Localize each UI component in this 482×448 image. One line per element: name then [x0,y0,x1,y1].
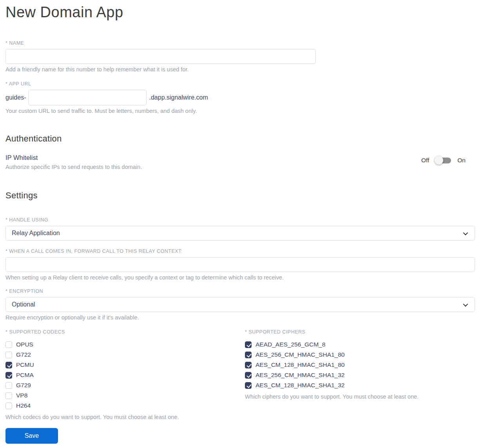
ip-whitelist-text: IP Whitelist Authorize specific IPs to s… [5,154,142,170]
codec-checkbox-row[interactable]: H264 [5,401,245,411]
codecs-helper: Which codecs do you want to support. You… [5,414,245,420]
app-url-suffix: .dapp.signalwire.com [149,94,208,101]
encryption-field: * ENCRYPTION Optional Require encryption… [5,288,475,321]
ciphers-list: AEAD_AES_256_GCM_8 AES_256_CM_HMAC_SHA1_… [245,339,475,390]
chevron-down-icon [463,301,468,307]
codecs-list: OPUS G722 PCMU PCMA [5,339,245,411]
codec-checkbox-row[interactable]: OPUS [5,339,245,350]
ip-whitelist-label: IP Whitelist [5,154,142,161]
new-domain-app-page: New Domain App * NAME Add a friendly nam… [0,0,482,448]
ciphers-column: * SUPPORTED CIPHERS AEAD_AES_256_GCM_8 A… [245,329,475,420]
ip-whitelist-helper: Authorize specific IPs to send requests … [5,164,142,170]
cipher-checkbox-row[interactable]: AES_256_CM_HMAC_SHA1_32 [245,370,475,380]
checkbox-icon[interactable] [5,392,12,399]
handle-using-label: * HANDLE USING [5,217,475,223]
encryption-helper: Require encryption or optionally use it … [5,314,475,321]
codec-label: PCMA [16,372,34,379]
app-url-label: * APP URL [5,81,475,87]
ciphers-helper: Which ciphers do you want to support. Yo… [245,394,475,400]
cipher-label: AEAD_AES_256_GCM_8 [255,341,325,348]
cipher-checkbox-row[interactable]: AES_CM_128_HMAC_SHA1_32 [245,380,475,390]
codec-label: OPUS [16,341,33,348]
checkbox-icon[interactable] [245,362,252,368]
cipher-checkbox-row[interactable]: AEAD_AES_256_GCM_8 [245,339,475,350]
codec-label: G722 [16,351,31,358]
checkbox-icon[interactable] [5,362,12,368]
authentication-heading: Authentication [5,134,475,144]
toggle-off-label: Off [421,157,429,164]
save-button[interactable]: Save [5,428,58,444]
name-helper: Add a friendly name for this number to h… [5,66,475,73]
handle-using-select[interactable]: Relay Application [5,226,475,241]
cipher-checkbox-row[interactable]: AES_256_CM_HMAC_SHA1_80 [245,350,475,360]
app-url-helper: Your custom URL to send traffic to. Must… [5,108,475,114]
codec-label: VP8 [16,392,27,399]
cipher-checkbox-row[interactable]: AES_CM_128_HMAC_SHA1_80 [245,360,475,370]
app-url-prefix: guides- [5,94,26,101]
cipher-label: AES_256_CM_HMAC_SHA1_80 [255,351,344,358]
codec-checkbox-row[interactable]: PCMU [5,360,245,370]
checkbox-icon[interactable] [5,372,12,379]
settings-heading: Settings [5,190,475,201]
codec-label: G729 [16,382,31,389]
codec-checkbox-row[interactable]: VP8 [5,390,245,401]
codec-cipher-columns: * SUPPORTED CODECS OPUS G722 [5,329,475,420]
relay-context-field: * WHEN A CALL COMES IN, FORWARD CALL TO … [5,248,475,281]
cipher-label: AES_CM_128_HMAC_SHA1_32 [255,382,344,389]
checkbox-icon[interactable] [245,382,252,389]
handle-using-value: Relay Application [12,230,60,237]
cipher-label: AES_256_CM_HMAC_SHA1_32 [255,372,344,379]
encryption-label: * ENCRYPTION [5,288,475,294]
ip-whitelist-toggle[interactable] [435,156,452,165]
checkbox-icon[interactable] [5,352,12,358]
encryption-value: Optional [12,301,35,308]
cipher-label: AES_CM_128_HMAC_SHA1_80 [255,361,344,368]
name-field: * NAME Add a friendly name for this numb… [5,40,475,73]
app-url-row: guides- .dapp.signalwire.com [5,90,475,105]
ciphers-label: * SUPPORTED CIPHERS [245,329,475,335]
codec-label: H264 [16,402,31,409]
name-label: * NAME [5,40,475,46]
app-url-input[interactable] [28,90,147,105]
name-input[interactable] [5,49,316,64]
chevron-down-icon [463,230,468,235]
toggle-on-label: On [457,157,466,164]
checkbox-icon[interactable] [5,341,12,348]
relay-context-label: * WHEN A CALL COMES IN, FORWARD CALL TO … [5,248,475,254]
relay-context-helper: When setting up a Relay client to receiv… [5,274,475,281]
encryption-select[interactable]: Optional [5,297,475,312]
checkbox-icon[interactable] [245,341,252,348]
codec-label: PCMU [16,361,34,368]
page-title: New Domain App [5,4,475,21]
codecs-label: * SUPPORTED CODECS [5,329,245,335]
checkbox-icon[interactable] [5,382,12,389]
codec-checkbox-row[interactable]: G722 [5,350,245,360]
ip-whitelist-row: IP Whitelist Authorize specific IPs to s… [5,154,475,170]
ip-whitelist-toggle-group: Off On [421,156,475,165]
relay-context-input[interactable] [5,257,475,272]
codec-checkbox-row[interactable]: G729 [5,380,245,390]
handle-using-field: * HANDLE USING Relay Application [5,217,475,241]
codec-checkbox-row[interactable]: PCMA [5,370,245,380]
codecs-column: * SUPPORTED CODECS OPUS G722 [5,329,245,420]
checkbox-icon[interactable] [5,403,12,409]
app-url-field: * APP URL guides- .dapp.signalwire.com Y… [5,81,475,114]
checkbox-icon[interactable] [245,372,252,379]
checkbox-icon[interactable] [245,352,252,358]
